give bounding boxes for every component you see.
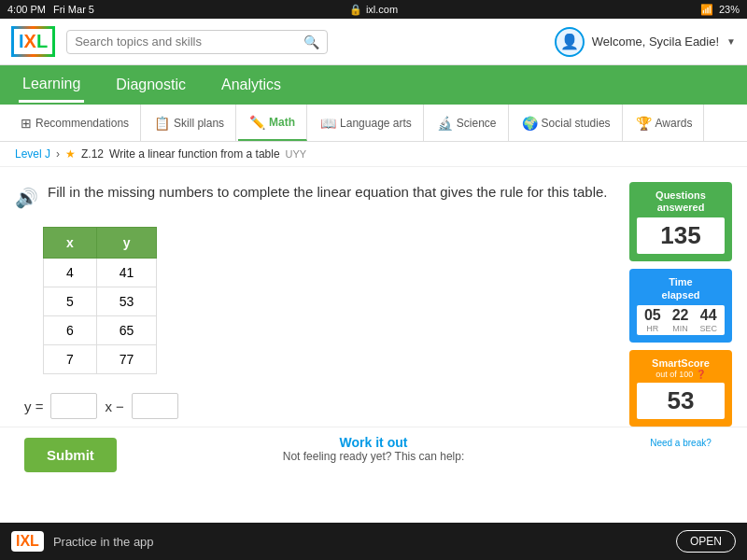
tab-math[interactable]: ✏️ Math	[238, 105, 307, 141]
breadcrumb-arrow: ›	[56, 147, 60, 161]
cell-x3: 6	[44, 316, 97, 345]
submit-button[interactable]: Submit	[24, 438, 117, 472]
cell-x4: 7	[44, 345, 97, 374]
seconds-value: 44	[699, 307, 717, 324]
welcome-text: Welcome, Sycila Eadie!	[592, 35, 719, 49]
right-panel: Questionsanswered 135 Timeelapsed 05 HR …	[629, 182, 732, 412]
help-icon[interactable]: ❓	[696, 370, 706, 379]
tab-language-arts-label: Language arts	[340, 117, 412, 130]
minutes-value: 22	[672, 307, 689, 324]
nav-analytics[interactable]: Analytics	[218, 69, 285, 101]
breadcrumb-level[interactable]: Level J	[15, 147, 50, 161]
breadcrumb-skill-name: Write a linear function from a table	[109, 147, 280, 161]
banner-logo: IXL	[11, 531, 44, 552]
battery-status: 23%	[719, 4, 740, 15]
tab-science[interactable]: 🔬 Science	[426, 105, 509, 141]
chevron-down-icon[interactable]: ▼	[726, 36, 736, 47]
table-row: 5 53	[44, 287, 157, 316]
min-label: MIN	[672, 324, 689, 333]
equation-row: y = x −	[24, 393, 614, 419]
tab-language-arts[interactable]: 📖 Language arts	[309, 105, 424, 141]
logo-l: L	[36, 31, 48, 51]
tab-skill-plans[interactable]: 📋 Skill plans	[143, 105, 236, 141]
tab-awards-label: Awards	[655, 117, 693, 130]
top-nav: IXL 🔍 👤 Welcome, Sycila Eadie! ▼	[0, 19, 747, 65]
questions-answered-value: 135	[637, 217, 725, 254]
nav-diagnostic[interactable]: Diagnostic	[112, 69, 190, 101]
app-banner: IXL Practice in the app OPEN	[0, 523, 747, 560]
time-elapsed-label: Timeelapsed	[637, 276, 725, 301]
tab-social-studies[interactable]: 🌍 Social studies	[511, 105, 623, 141]
tab-social-studies-label: Social studies	[542, 117, 611, 130]
tab-math-label: Math	[269, 116, 295, 129]
tab-skill-plans-label: Skill plans	[174, 117, 224, 130]
status-url: ixl.com	[366, 4, 398, 15]
equation-middle: x −	[105, 399, 123, 414]
breadcrumb-code: UYY	[286, 148, 307, 160]
table-row: 6 65	[44, 316, 157, 345]
minutes-col: 22 MIN	[672, 307, 689, 333]
cell-y3: 65	[96, 316, 157, 345]
green-nav: Learning Diagnostic Analytics	[0, 65, 747, 105]
search-icon: 🔍	[303, 35, 319, 49]
star-icon: ★	[65, 147, 76, 161]
cell-y4: 77	[96, 345, 157, 374]
smart-score-card: SmartScore out of 100 ❓ 53	[629, 350, 732, 427]
table-header-y: y	[96, 228, 157, 259]
breadcrumb: Level J › ★ Z.12 Write a linear function…	[0, 142, 747, 167]
banner-practice-text: Practice in the app	[53, 535, 154, 549]
table-row: 7 77	[44, 345, 157, 374]
equation-input-2[interactable]	[132, 393, 178, 419]
question-text: 🔊 Fill in the missing numbers to complet…	[15, 182, 614, 212]
data-table: x y 4 41 5 53 6 65 7 77	[43, 227, 157, 374]
hr-label: HR	[644, 324, 661, 333]
smart-score-label: SmartScore	[637, 357, 725, 370]
nav-learning[interactable]: Learning	[19, 68, 84, 103]
tab-recommendations[interactable]: ⊞ Recommendations	[9, 105, 141, 141]
main-content: 🔊 Fill in the missing numbers to complet…	[0, 167, 747, 427]
social-studies-icon: 🌍	[522, 116, 538, 131]
hours-value: 05	[644, 307, 661, 324]
need-break-link[interactable]: Need a break?	[629, 438, 732, 448]
questions-answered-card: Questionsanswered 135	[629, 182, 732, 261]
breadcrumb-skill-code: Z.12	[81, 147, 104, 161]
status-time: 4:00 PM	[7, 4, 46, 15]
skill-plans-icon: 📋	[154, 116, 170, 131]
wifi-icon: 📶	[700, 4, 713, 16]
lock-icon: 🔒	[349, 4, 362, 16]
questions-answered-label: Questionsanswered	[637, 189, 725, 214]
math-icon: ✏️	[249, 115, 265, 130]
tab-recommendations-label: Recommendations	[35, 117, 129, 130]
language-arts-icon: 📖	[320, 116, 336, 131]
recommendations-icon: ⊞	[21, 116, 32, 131]
time-elapsed-card: Timeelapsed 05 HR 22 MIN 44 SEC	[629, 269, 732, 342]
equation-input-1[interactable]	[50, 393, 97, 419]
awards-icon: 🏆	[636, 116, 652, 131]
open-app-button[interactable]: OPEN	[676, 530, 736, 553]
hours-col: 05 HR	[644, 307, 661, 333]
user-info: 👤 Welcome, Sycila Eadie! ▼	[555, 27, 736, 57]
search-bar[interactable]: 🔍	[66, 30, 328, 54]
tab-awards[interactable]: 🏆 Awards	[625, 105, 705, 141]
table-header-x: x	[44, 228, 97, 259]
status-day: Fri Mar 5	[53, 4, 94, 15]
question-area: 🔊 Fill in the missing numbers to complet…	[15, 182, 614, 412]
cell-y2: 53	[96, 287, 157, 316]
ixl-logo[interactable]: IXL	[11, 26, 55, 57]
cell-y1: 41	[96, 259, 157, 287]
tab-science-label: Science	[457, 117, 497, 130]
smart-score-value: 53	[637, 383, 725, 419]
science-icon: 🔬	[437, 116, 453, 131]
time-row: 05 HR 22 MIN 44 SEC	[637, 305, 725, 335]
smart-score-sublabel: out of 100 ❓	[637, 370, 725, 379]
logo-x: X	[24, 31, 36, 51]
cell-x1: 4	[44, 259, 97, 287]
table-row: 4 41	[44, 259, 157, 287]
equation-prefix: y =	[24, 399, 43, 414]
search-input[interactable]	[75, 35, 298, 49]
sec-label: SEC	[699, 324, 717, 333]
seconds-col: 44 SEC	[699, 307, 717, 333]
subject-tabs: ⊞ Recommendations 📋 Skill plans ✏️ Math …	[0, 105, 747, 142]
speaker-icon[interactable]: 🔊	[15, 184, 38, 212]
cell-x2: 5	[44, 287, 97, 316]
